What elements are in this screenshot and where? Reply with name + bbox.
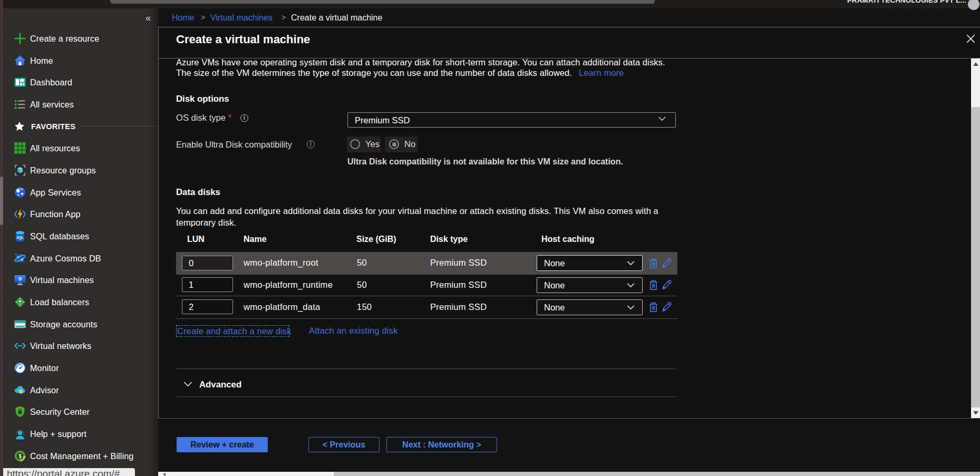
- svg-text:$: $: [18, 453, 22, 459]
- svg-text:SQL: SQL: [16, 235, 23, 239]
